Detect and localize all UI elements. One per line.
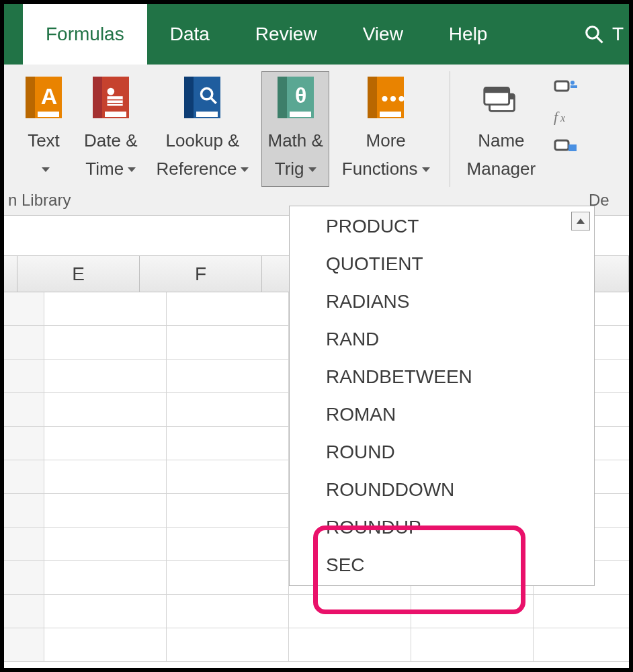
tab-view[interactable]: View [340,4,426,65]
date-time-button[interactable]: Date & Time [78,71,144,187]
more-label-1: More [366,130,406,151]
svg-point-0 [587,27,599,39]
text-icon: A [22,76,65,119]
svg-rect-18 [568,144,577,151]
caret-icon [308,167,316,172]
menu-item[interactable]: ROMAN [291,396,593,433]
ribbon-tabs: Formulas Data Review View Help T [4,4,629,65]
math-trig-dropdown: PRODUCT QUOTIENT RADIANS RAND RANDBETWEE… [289,206,595,586]
svg-point-13 [571,81,575,85]
svg-line-1 [597,37,603,43]
math-label-2: Trig [275,159,304,179]
define-name-icon[interactable] [554,77,578,97]
tab-data[interactable]: Data [147,4,233,65]
search-icon [584,24,604,44]
math-trig-button[interactable]: θ Math & Trig [261,71,329,187]
menu-item[interactable]: ROUND [291,433,593,471]
lookup-icon [181,76,224,119]
ribbon-separator [450,71,450,187]
menu-item-roundup[interactable]: ROUNDUP [291,509,593,546]
svg-rect-3 [107,96,122,106]
tell-me-search[interactable]: T [584,4,624,65]
name-side-icons: f x [548,71,578,156]
lookup-reference-button[interactable]: Lookup & Reference [151,71,255,187]
select-all-corner[interactable] [4,256,17,292]
ribbon: A Text [4,65,629,216]
name-manager-button[interactable]: Name Manager [461,71,542,187]
menu-item[interactable]: RADIANS [291,283,593,321]
create-from-selection-icon[interactable] [554,136,578,156]
caret-icon [42,167,50,172]
menu-item[interactable]: RAND [291,321,593,358]
tell-me-text: T [612,24,624,45]
svg-line-7 [211,98,216,103]
tab-help[interactable]: Help [426,4,511,65]
column-header-E[interactable]: E [17,256,140,292]
menu-item-rounddown[interactable]: ROUNDDOWN [291,471,593,509]
text-label: Text [28,130,60,151]
name-mgr-label-1: Name [478,130,524,151]
tab-formulas[interactable]: Formulas [23,4,147,65]
use-in-formula-icon[interactable]: f x [554,106,578,126]
svg-rect-11 [484,87,509,93]
menu-item[interactable]: SEC [291,546,593,584]
caret-icon [128,167,136,172]
menu-item[interactable]: QUOTIENT [291,245,593,283]
more-label-2: Functions [342,159,418,179]
svg-rect-17 [555,140,568,150]
math-trig-icon: θ [274,76,317,119]
lookup-label-2: Reference [157,159,237,179]
name-manager-icon [480,76,523,119]
caret-icon [422,167,430,172]
caret-icon [241,167,249,172]
svg-point-6 [202,89,212,99]
date-time-label-1: Date & [84,130,138,151]
tab-review[interactable]: Review [233,4,340,65]
date-time-icon [89,76,132,119]
svg-rect-14 [571,85,577,88]
lookup-label-1: Lookup & [166,130,240,151]
svg-point-2 [107,88,114,95]
menu-item[interactable]: PRODUCT [291,208,593,245]
more-functions-icon: ••• [364,76,407,119]
name-mgr-label-2: Manager [467,159,536,179]
svg-text:x: x [560,112,565,124]
menu-item[interactable]: RANDBETWEEN [291,358,593,396]
math-label-1: Math & [267,130,323,151]
svg-rect-12 [555,81,568,91]
column-header-F[interactable]: F [140,256,262,292]
text-button[interactable]: A Text [16,71,71,187]
defined-names-group-label-partial: De [589,187,629,215]
date-time-label-2: Time [85,159,124,179]
more-functions-button[interactable]: ••• More Functions [336,71,436,187]
svg-text:f: f [554,108,560,125]
